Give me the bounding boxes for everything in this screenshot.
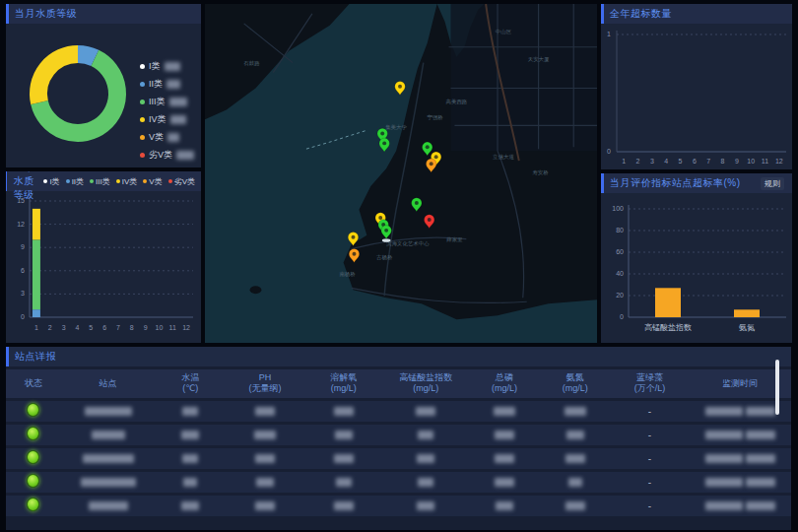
cell-water-temp — [155, 496, 226, 516]
svg-text:100: 100 — [612, 205, 624, 212]
panel-title: 当月水质等级 — [15, 7, 77, 21]
map-canvas[interactable]: 石鼓路集美大学高美西路宁强桥中山区天安大厦立信大道寿安桥滨海文化艺术中心薛家里古… — [205, 4, 597, 343]
legend-item[interactable]: IV类 — [140, 113, 194, 126]
redacted-value — [166, 80, 180, 89]
redacted-value — [566, 431, 584, 439]
redacted-value — [254, 431, 276, 439]
redacted-value — [746, 407, 775, 416]
panel-exceed-rate: 当月评价指标站点超标率(%) 规则 020406080100高锰酸盐指数氨氮 — [601, 173, 792, 343]
panel-monthly-grade-header: 当月水质等级 — [6, 4, 201, 24]
redacted-value — [418, 431, 433, 439]
marker-pin-hole — [384, 229, 388, 233]
cell-station — [61, 425, 156, 445]
svg-text:2: 2 — [48, 324, 52, 331]
legend-item[interactable]: 劣V类 — [168, 176, 195, 187]
redacted-value — [182, 454, 198, 463]
legend-dot — [168, 179, 172, 183]
rate-bar-高锰酸盐指数[interactable] — [655, 288, 681, 317]
map-panel: 石鼓路集美大学高美西路宁强桥中山区天安大厦立信大道寿安桥滨海文化艺术中心薛家里古… — [205, 4, 597, 343]
stacked-bar-IV类[interactable] — [33, 209, 40, 239]
legend-item[interactable]: III类 — [140, 96, 194, 108]
column-header-蓝绿藻: 蓝绿藻(万个/L) — [611, 369, 690, 398]
legend-item[interactable]: V类 — [143, 176, 162, 187]
redacted-value — [255, 454, 275, 463]
table-row[interactable]: - — [6, 496, 791, 516]
rules-button[interactable]: 规则 — [761, 177, 784, 190]
legend-label: V类 — [149, 131, 164, 144]
map-place-label: 滨海文化艺术中心 — [386, 240, 430, 247]
table-row[interactable]: - — [6, 425, 791, 445]
svg-text:12: 12 — [17, 221, 25, 228]
header-accent-bar — [6, 4, 9, 24]
table-header-row: 状态站点水温(℃)PH(无量纲)溶解氧(mg/L)高锰酸盐指数(mg/L)总磷(… — [6, 369, 791, 398]
legend-label: II类 — [149, 78, 163, 91]
annual-legend: I类II类III类IV类V类劣V类 — [43, 176, 195, 187]
cell-permanganate — [383, 472, 470, 493]
map-place-label: 薛家里 — [446, 236, 463, 242]
redacted-value — [176, 151, 194, 160]
svg-text:7: 7 — [116, 324, 120, 331]
legend-item[interactable]: V类 — [140, 131, 194, 144]
redacted-value — [705, 501, 743, 510]
cell-dissolved-oxygen — [304, 401, 383, 422]
map-marker[interactable] — [381, 226, 391, 242]
header-accent-bar — [601, 173, 604, 193]
svg-text:氨氮: 氨氮 — [739, 323, 755, 332]
table-scrollbar[interactable] — [775, 360, 779, 415]
marker-pin-hole — [434, 155, 438, 159]
map-place-label: 高美西路 — [446, 99, 468, 105]
redacted-value — [255, 501, 275, 510]
cell-ph — [226, 472, 304, 493]
column-header-站点: 站点 — [61, 369, 156, 398]
panel-station-report: 站点详报 状态站点水温(℃)PH(无量纲)溶解氧(mg/L)高锰酸盐指数(mg/… — [6, 347, 791, 530]
cell-total-phosphorus — [469, 425, 540, 445]
map-place-label: 寿安桥 — [532, 169, 549, 176]
cell-status — [6, 496, 61, 516]
legend-item[interactable]: III类 — [90, 176, 110, 187]
cell-monitor-time — [689, 472, 791, 493]
svg-text:2: 2 — [636, 158, 640, 165]
panel-title: 站点详报 — [15, 350, 56, 364]
redacted-value — [568, 478, 582, 487]
cell-status — [6, 472, 61, 493]
table-row[interactable]: - — [6, 401, 791, 422]
redacted-value — [336, 478, 352, 487]
svg-text:9: 9 — [735, 158, 739, 165]
legend-item[interactable]: IV类 — [116, 176, 138, 187]
cell-algae: - — [611, 401, 690, 422]
rate-bar-氨氮[interactable] — [734, 309, 760, 317]
svg-text:40: 40 — [616, 270, 624, 277]
station-table: 状态站点水温(℃)PH(无量纲)溶解氧(mg/L)高锰酸盐指数(mg/L)总磷(… — [6, 366, 791, 519]
cell-total-phosphorus — [469, 472, 540, 493]
marker-pin-hole — [352, 235, 356, 239]
legend-item[interactable]: II类 — [66, 176, 84, 187]
status-indicator — [27, 474, 39, 488]
redacted-value — [495, 454, 514, 463]
table-row[interactable]: - — [6, 472, 791, 493]
cell-algae: - — [611, 448, 690, 469]
cell-station — [61, 496, 156, 516]
status-indicator — [27, 403, 39, 417]
legend-item[interactable]: I类 — [140, 60, 194, 73]
svg-text:10: 10 — [747, 158, 755, 165]
column-header-水温: 水温(℃) — [155, 369, 226, 398]
legend-item[interactable]: I类 — [43, 176, 59, 187]
redacted-value — [183, 478, 197, 487]
stacked-bar-III类[interactable] — [33, 239, 40, 309]
marker-pin-hole — [380, 131, 384, 135]
cell-water-temp — [155, 448, 226, 469]
legend-item[interactable]: II类 — [140, 78, 194, 91]
legend-item[interactable]: 劣V类 — [140, 149, 194, 162]
cell-total-phosphorus — [469, 401, 540, 422]
panel-annual-exceed: 全年超标数量 10123456789101112 — [601, 4, 792, 169]
cell-ph — [226, 496, 304, 516]
redacted-value — [416, 407, 435, 416]
table-row[interactable]: - — [6, 448, 791, 469]
legend-dot — [140, 64, 145, 69]
redacted-value — [705, 407, 743, 416]
svg-text:12: 12 — [775, 158, 783, 165]
redacted-value — [496, 501, 513, 510]
stacked-bar-II类[interactable] — [33, 309, 40, 317]
cell-dissolved-oxygen — [304, 472, 383, 493]
station-report-header: 站点详报 — [6, 347, 791, 366]
